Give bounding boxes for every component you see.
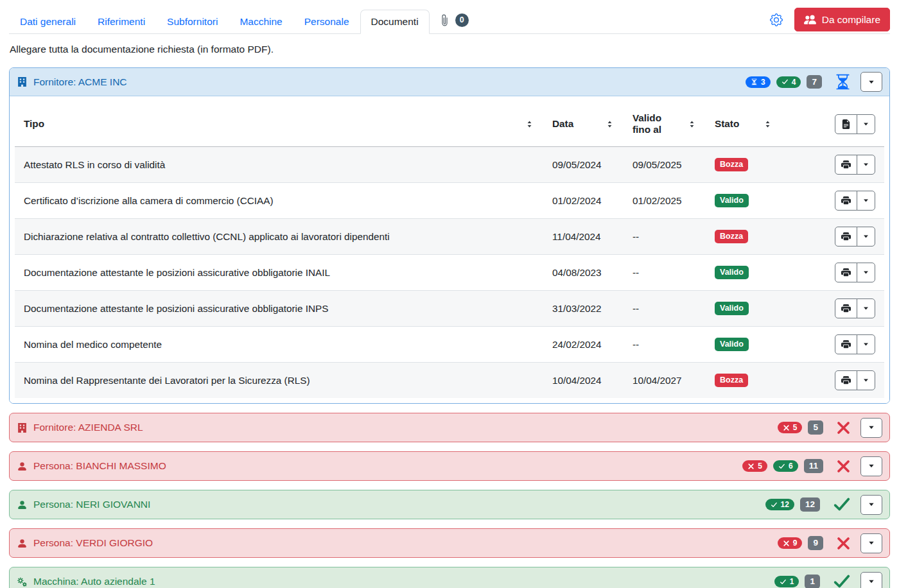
panel-dropdown-button[interactable] [860, 418, 882, 438]
panel-header-macchina-auto-aziendale-1[interactable]: Macchina: Auto aziendale 111 [10, 567, 889, 588]
caret-down-icon [867, 500, 876, 509]
cell-tipo: Nomina del medico competente [15, 327, 543, 363]
printer-icon [841, 340, 851, 349]
attachments-indicator[interactable]: 0 [439, 13, 469, 28]
tab-bar: Dati generaliRiferimentiSubfornitoriMacc… [9, 8, 890, 34]
x-icon [835, 420, 851, 436]
cell-valido-fino-al: -- [624, 255, 706, 291]
tabs: Dati generaliRiferimentiSubfornitoriMacc… [9, 10, 430, 33]
settings-gear-icon[interactable] [770, 13, 783, 26]
status-badge: Valido [715, 194, 749, 207]
print-document-button[interactable] [835, 370, 857, 390]
total-count-badge: 1 [805, 575, 820, 588]
valid-count-badge: 6 [773, 460, 798, 472]
cell-actions [781, 291, 884, 327]
row-dropdown-button[interactable] [857, 370, 875, 390]
table-dropdown-button[interactable] [857, 114, 875, 134]
panel-dropdown-button[interactable] [860, 533, 882, 553]
status-badge: Valido [715, 302, 749, 315]
column-label: Tipo [24, 118, 44, 130]
cell-valido-fino-al: -- [624, 291, 706, 327]
status-badge: Valido [715, 338, 749, 351]
person-icon [17, 538, 28, 549]
document-row: Certificato d’iscrizione alla camera di … [15, 183, 884, 219]
column-label: Valido fino al [633, 112, 682, 135]
badge-count: 11 [809, 462, 818, 471]
badge-count: 6 [789, 462, 793, 470]
print-document-button[interactable] [835, 334, 857, 354]
panel-dropdown-button[interactable] [860, 456, 882, 476]
cell-stato: Valido [706, 327, 781, 363]
row-dropdown-button[interactable] [857, 227, 875, 246]
print-document-button[interactable] [835, 227, 857, 246]
x-icon [783, 540, 790, 547]
panel-dropdown-button[interactable] [860, 72, 882, 92]
da-compilare-label: Da compilare [822, 14, 880, 26]
panel-header-persona-neri-giovanni[interactable]: Persona: NERI GIOVANNI1212 [10, 490, 889, 519]
panel-dropdown-button[interactable] [860, 572, 882, 588]
tab-subfornitori[interactable]: Subfornitori [156, 10, 229, 34]
panel-header-persona-bianchi-massimo[interactable]: Persona: BIANCHI MASSIMO5611 [10, 452, 889, 480]
cell-stato: Bozza [706, 219, 781, 255]
panel-fornitore-azienda-srl: Fornitore: AZIENDA SRL55 [9, 413, 890, 442]
print-document-button[interactable] [835, 298, 857, 318]
printer-icon [841, 160, 851, 169]
cell-stato: Valido [706, 255, 781, 291]
print-document-button[interactable] [835, 155, 857, 175]
document-row: Dichiarazione relativa al contratto coll… [15, 219, 884, 255]
sort-icon[interactable] [605, 119, 615, 129]
print-document-button[interactable] [835, 191, 857, 211]
cell-valido-fino-al: 01/02/2025 [624, 183, 706, 219]
document-row: Attestato RLS in corso di validità09/05/… [15, 147, 884, 183]
cell-data: 09/05/2024 [543, 147, 624, 183]
column-label: Data [552, 118, 573, 130]
intro-text: Allegare tutta la documentazione richies… [10, 44, 889, 55]
row-dropdown-button[interactable] [857, 298, 875, 318]
table-header-row: TipoDataValido fino alStato [15, 101, 884, 147]
panel-header-fornitore-azienda-srl[interactable]: Fornitore: AZIENDA SRL55 [10, 413, 889, 442]
column-header-stato: Stato [706, 101, 781, 147]
badge-count: 3 [761, 78, 765, 86]
row-dropdown-button[interactable] [857, 191, 875, 211]
panel-dropdown-button[interactable] [860, 495, 882, 515]
row-dropdown-button[interactable] [857, 263, 875, 282]
panel-header-persona-verdi-giorgio[interactable]: Persona: VERDI GIORGIO99 [10, 529, 889, 557]
total-count-badge: 12 [800, 497, 820, 512]
column-header-actions [781, 101, 884, 147]
row-dropdown-button[interactable] [857, 334, 875, 354]
hourglass-icon [834, 73, 851, 91]
panel-title: Persona: VERDI GIORGIO [33, 537, 153, 549]
cell-tipo: Dichiarazione relativa al contratto coll… [15, 219, 543, 255]
status-badge: Bozza [715, 230, 748, 243]
panel-title: Macchina: Auto aziendale 1 [33, 576, 155, 587]
row-dropdown-button[interactable] [857, 155, 875, 175]
status-badge: Valido [715, 266, 749, 279]
tab-riferimenti[interactable]: Riferimenti [87, 10, 156, 34]
building-icon [17, 76, 28, 87]
sort-icon[interactable] [763, 119, 772, 129]
panel-header-fornitore-acme-inc[interactable]: Fornitore: ACME INC347 [10, 68, 889, 96]
cell-data: 24/02/2024 [543, 327, 624, 363]
x-icon [835, 535, 851, 551]
caret-down-icon [862, 160, 870, 169]
caret-down-icon [867, 577, 876, 586]
sort-icon[interactable] [687, 119, 697, 129]
print-document-button[interactable] [835, 263, 857, 282]
status-badge: Bozza [715, 374, 748, 387]
sort-icon[interactable] [525, 119, 534, 129]
column-header-data: Data [543, 101, 624, 147]
tab-dati-generali[interactable]: Dati generali [9, 10, 87, 34]
row-action-group [835, 370, 875, 390]
cell-valido-fino-al: 09/05/2025 [624, 147, 706, 183]
badge-count: 9 [813, 539, 818, 548]
panels-list: Fornitore: ACME INC347TipoDataValido fin… [9, 67, 890, 588]
tab-personale[interactable]: Personale [293, 10, 360, 34]
da-compilare-button[interactable]: Da compilare [794, 8, 890, 31]
badge-count: 12 [805, 500, 815, 509]
badge-count: 5 [793, 424, 798, 431]
export-documents-button[interactable] [835, 114, 857, 134]
cell-data: 11/04/2024 [543, 219, 624, 255]
tab-macchine[interactable]: Macchine [229, 10, 293, 34]
tab-documenti[interactable]: Documenti [360, 10, 430, 34]
cell-tipo: Nomina del Rappresentante dei Lavoratori… [15, 363, 543, 399]
